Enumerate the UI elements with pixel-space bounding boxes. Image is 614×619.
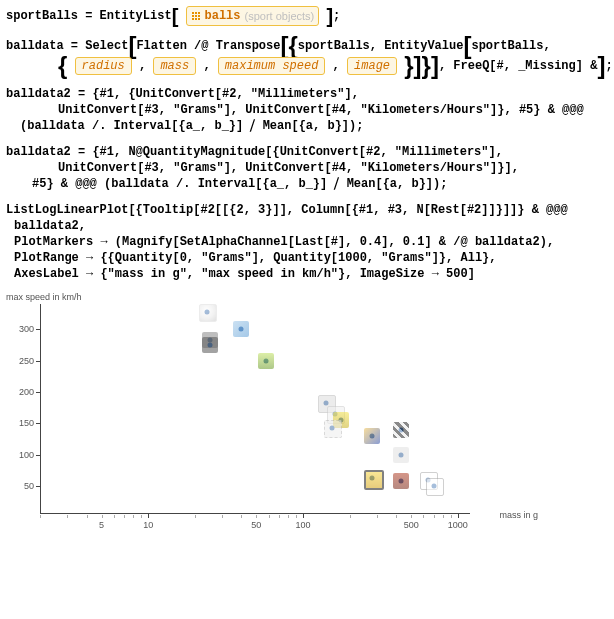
x-tick-label: 5 [99,520,104,530]
code: Flatten /@ Transpose [136,39,280,53]
plot-marker[interactable] [426,478,442,494]
x-tick-label: 500 [404,520,419,530]
y-tick-label: 50 [12,481,34,491]
entity-sub: (sport objects) [245,6,315,26]
plot-inner: mass in g 501001502002503005105010050010… [40,304,470,514]
plot-marker[interactable] [393,447,409,463]
plot-marker[interactable] [364,470,380,486]
plot-marker[interactable] [364,428,380,444]
code: sportBalls, [471,39,550,53]
plot-output: max speed in km/h mass in g 501001502002… [6,292,506,542]
x-axis [40,513,470,514]
code: UnitConvert[#3, "Grams"], UnitConvert[#4… [6,160,608,176]
code: balldata2 = {#1, N@QuantityMagnitude[{Un… [6,144,608,160]
code: (balldata /. Interval[{a_, b_}] ⧸ Mean[{… [6,118,608,134]
code: balldata2, [6,218,608,234]
plot-marker[interactable] [202,337,218,353]
entity-grid-icon [191,11,201,21]
plot-marker[interactable] [393,473,409,489]
code: PlotRange → {{Quantity[0, "Grams"], Quan… [6,250,608,266]
y-axis [40,304,41,514]
plot-marker[interactable] [393,422,409,438]
plot-marker[interactable] [199,304,215,320]
x-axis-label: mass in g [499,510,538,520]
code: balldata = Select [6,39,128,53]
stmt-4: balldata2 = {#1, N@QuantityMagnitude[{Un… [6,144,608,192]
stmt-5: ListLogLinearPlot[{Tooltip[#2[[{2, 3}]],… [6,202,608,282]
y-tick-label: 250 [12,356,34,366]
plot-marker[interactable] [233,321,249,337]
y-tick-label: 200 [12,387,34,397]
code: UnitConvert[#3, "Grams"], UnitConvert[#4… [6,102,608,118]
prop-pill-mass[interactable]: mass [153,57,196,75]
stmt-1: sportBalls = EntityList[ balls (sport ob… [6,6,608,26]
code: ; [333,9,340,23]
prop-pill-radius[interactable]: radius [75,57,132,75]
code: #5} & @@@ (balldata /. Interval[{a_, b_}… [6,176,608,192]
prop-pill-image[interactable]: image [347,57,397,75]
code: AxesLabel → {"mass in g", "max speed in … [6,266,608,282]
plot-marker[interactable] [324,420,340,436]
y-tick-label: 100 [12,450,34,460]
code: , FreeQ[#, _Missing] & [439,59,597,73]
y-axis-label: max speed in km/h [6,292,82,302]
prop-pill-maxspeed[interactable]: maximum speed [218,57,326,75]
code: ; [605,59,612,73]
code: sportBalls = EntityList [6,9,172,23]
y-tick-label: 150 [12,418,34,428]
y-tick-label: 300 [12,324,34,334]
plot-marker[interactable] [258,353,274,369]
code: PlotMarkers → (Magnify[SetAlphaChannel[L… [6,234,608,250]
stmt-3: balldata2 = {#1, {UnitConvert[#2, "Milli… [6,86,608,134]
code: balldata2 = {#1, {UnitConvert[#2, "Milli… [6,86,608,102]
x-tick-label: 1000 [448,520,468,530]
x-tick-label: 100 [295,520,310,530]
entity-main: balls [205,6,241,26]
code: ListLogLinearPlot[{Tooltip[#2[[{2, 3}]],… [6,202,608,218]
entity-pill-balls[interactable]: balls (sport objects) [186,6,320,26]
x-tick-label: 50 [251,520,261,530]
code-area: sportBalls = EntityList[ balls (sport ob… [0,0,614,542]
stmt-2: balldata = Select[Flatten /@ Transpose[{… [6,36,608,76]
x-tick-label: 10 [143,520,153,530]
